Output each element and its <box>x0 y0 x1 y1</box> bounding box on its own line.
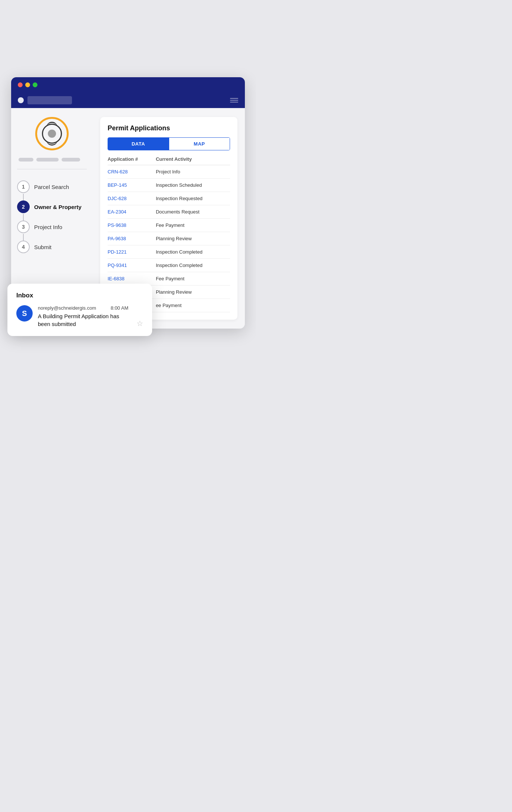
activity-cell: Inspection Requested <box>156 192 230 205</box>
inbox-message: S noreply@schneidergis.com 8:00 AM A Bui… <box>16 305 143 328</box>
minimize-button[interactable] <box>25 82 30 87</box>
inbox-title: Inbox <box>16 292 143 299</box>
table-row: PD-1221Inspection Completed <box>108 245 230 259</box>
address-bar[interactable] <box>27 96 72 104</box>
step-4-submit[interactable]: 4 Submit <box>17 237 87 257</box>
activity-cell: Fee Payment <box>156 219 230 232</box>
step-1-label: Parcel Search <box>34 184 69 190</box>
close-button[interactable] <box>18 82 23 87</box>
activity-cell: Inspection Completed <box>156 259 230 272</box>
app-number-cell[interactable]: BEP-145 <box>108 179 156 192</box>
inbox-time: 8:00 AM <box>111 305 128 311</box>
step-4-label: Submit <box>34 244 52 250</box>
activity-cell: Planning Review <box>156 286 230 299</box>
placeholder-line <box>19 158 33 162</box>
step-2-number: 2 <box>17 200 30 213</box>
tab-row: DATA MAP <box>108 137 230 150</box>
activity-cell: Documents Request <box>156 205 230 219</box>
nav-back-icon <box>18 97 24 103</box>
table-row: DJC-628Inspection Requested <box>108 192 230 205</box>
table-row: PA-9638Planning Review <box>108 232 230 245</box>
partial-activity-cell: ee Payment <box>156 299 230 312</box>
col-header-activity: Current Activity <box>156 156 230 165</box>
activity-cell: Inspection Completed <box>156 245 230 259</box>
stepper: 1 Parcel Search 2 Owner & Property 3 <box>17 177 87 257</box>
app-number-cell[interactable]: EA-2304 <box>108 205 156 219</box>
sender-avatar: S <box>16 305 33 322</box>
step-3-number: 3 <box>17 221 30 233</box>
logo-arc-top <box>46 122 58 127</box>
hamburger-menu-icon[interactable] <box>230 98 238 102</box>
table-row: EA-2304Documents Request <box>108 205 230 219</box>
logo-arc-bottom <box>46 140 58 146</box>
step-2-label: Owner & Property <box>34 204 82 210</box>
placeholder-line <box>36 158 59 162</box>
sidebar-placeholder <box>17 158 87 162</box>
inbox-popup: Inbox S noreply@schneidergis.com 8:00 AM… <box>7 284 152 336</box>
nav-bar <box>11 92 245 108</box>
step-1-number: 1 <box>17 180 30 193</box>
activity-cell: Inspection Scheduled <box>156 179 230 192</box>
app-number-cell[interactable]: PA-9638 <box>108 232 156 245</box>
app-number-cell[interactable]: DJC-628 <box>108 192 156 205</box>
window-controls <box>18 82 37 87</box>
tab-map-button[interactable]: MAP <box>169 138 230 150</box>
sidebar-divider <box>17 169 87 169</box>
inbox-sender: noreply@schneidergis.com <box>38 305 96 311</box>
step-2-owner-property[interactable]: 2 Owner & Property <box>17 197 87 217</box>
app-number-cell[interactable]: PD-1221 <box>108 245 156 259</box>
activity-cell: Project Info <box>156 165 230 179</box>
tab-data-button[interactable]: DATA <box>108 138 169 150</box>
permit-applications-title: Permit Applications <box>108 124 230 132</box>
placeholder-line <box>62 158 80 162</box>
table-row: CRN-628Project Info <box>108 165 230 179</box>
maximize-button[interactable] <box>33 82 37 87</box>
logo-outer-ring <box>35 117 69 150</box>
inbox-message-header: noreply@schneidergis.com 8:00 AM <box>38 305 128 311</box>
activity-cell: Planning Review <box>156 232 230 245</box>
inbox-body: A Building Permit Application has been s… <box>38 312 128 328</box>
table-row: PS-9638Fee Payment <box>108 219 230 232</box>
step-3-label: Project Info <box>34 224 62 230</box>
step-4-number: 4 <box>17 241 30 253</box>
sidebar-logo <box>17 117 87 150</box>
col-header-app-number: Application # <box>108 156 156 165</box>
logo-center-dot <box>48 130 56 138</box>
app-number-cell[interactable]: PQ-9341 <box>108 259 156 272</box>
inbox-message-content: noreply@schneidergis.com 8:00 AM A Build… <box>38 305 128 328</box>
activity-cell: Fee Payment <box>156 272 230 286</box>
app-number-cell[interactable]: PS-9638 <box>108 219 156 232</box>
step-3-project-info[interactable]: 3 Project Info <box>17 217 87 237</box>
table-row: PQ-9341Inspection Completed <box>108 259 230 272</box>
star-icon[interactable]: ☆ <box>137 319 143 328</box>
browser-titlebar <box>11 77 245 92</box>
step-1-parcel-search[interactable]: 1 Parcel Search <box>17 177 87 197</box>
app-number-cell[interactable]: CRN-628 <box>108 165 156 179</box>
table-row: BEP-145Inspection Scheduled <box>108 179 230 192</box>
